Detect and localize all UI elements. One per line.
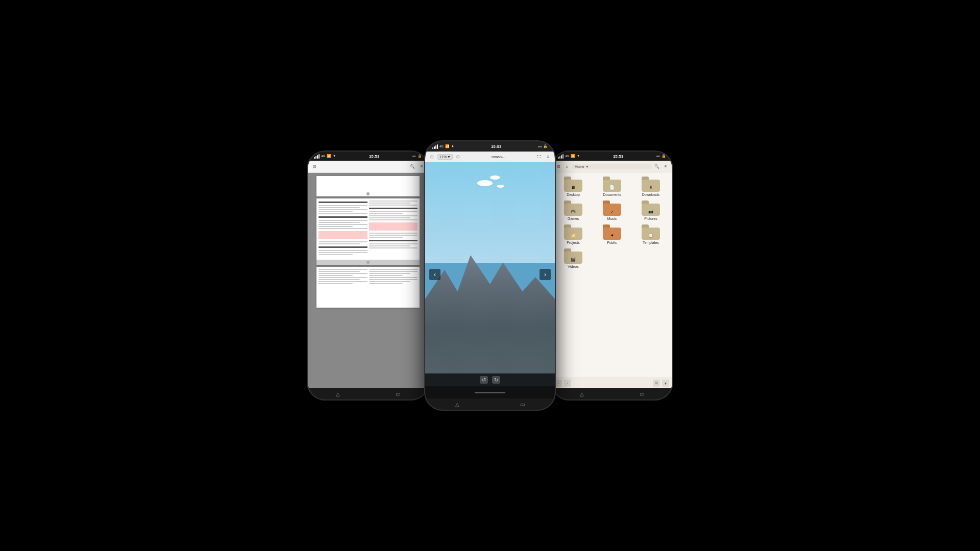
left-status-bar: 4G 📶 ✦ 15:53 en 🔒 [308, 152, 428, 161]
fm-search-button[interactable]: 🔍 [653, 163, 660, 170]
right-status-right: en 🔒 [656, 154, 666, 158]
pdf-line [318, 241, 367, 242]
left-phone: 4G 📶 ✦ 15:53 en 🔒 ⊡ 🔍 ≡ [307, 151, 429, 400]
rotate-right-button[interactable]: ↻ [492, 376, 500, 384]
wifi-icon-left: 📶 [327, 154, 331, 158]
folder-templates[interactable]: 📋 Templates [633, 224, 668, 244]
pdf-line [369, 277, 418, 278]
center-square-icon[interactable]: ⊡ [428, 153, 435, 160]
pdf-line [318, 224, 367, 225]
fm-path-display[interactable]: Home ▼ [572, 164, 652, 169]
left-bottom-nav: △ ▭ [308, 388, 428, 399]
fm-square-icon[interactable]: ⊡ [555, 163, 562, 170]
prev-image-button[interactable]: ‹ [429, 269, 440, 280]
folder-icon-music: ♪ [603, 201, 621, 216]
signal-bar-3 [317, 155, 318, 159]
recents-button-left[interactable]: ▭ [396, 391, 400, 397]
folder-documents[interactable]: 📄 Documents [595, 177, 629, 196]
folder-videos[interactable]: 🎬 Videos [556, 248, 591, 268]
fm-view-toggle[interactable]: ⊞ [653, 380, 660, 387]
home-indicator[interactable] [475, 392, 505, 393]
pdf-heading-1 [318, 202, 367, 203]
folder-desktop[interactable]: 🖥 Desktop [556, 177, 591, 196]
pdf-line [369, 247, 418, 248]
pdf-line [318, 283, 353, 284]
fm-forward-button[interactable]: › [564, 380, 571, 387]
folder-templates-label: Templates [643, 241, 659, 244]
signal-bars-center [432, 144, 438, 149]
pictures-icon: 📷 [648, 209, 653, 214]
folder-games[interactable]: 🎮 Games [556, 201, 591, 220]
center-view-toggle[interactable]: ⊡ [455, 153, 462, 160]
center-bottom-nav [425, 386, 555, 398]
pdf-page-1 [316, 176, 420, 196]
recents-button-center[interactable]: ▭ [520, 402, 525, 407]
pdf-line [369, 237, 403, 238]
pdf-line [318, 279, 360, 280]
rotate-left-button[interactable]: ↺ [480, 376, 488, 384]
pdf-warning-box [318, 231, 367, 239]
fm-path-text: Home [575, 165, 584, 168]
recents-button-right[interactable]: ▭ [640, 391, 644, 397]
fm-bottom-bar: ‹ › ⊞ ▼ [552, 378, 672, 388]
fm-sort-button[interactable]: ▼ [662, 380, 669, 387]
pdf-line [369, 243, 418, 244]
back-button-left[interactable]: △ [336, 391, 340, 397]
next-image-button[interactable]: › [540, 269, 551, 280]
lang-center: en [538, 145, 542, 148]
templates-icon: 📋 [648, 233, 653, 238]
viewer-bottom-bar: ↺ ↻ [425, 373, 555, 386]
center-status-right: en 🔒 [538, 144, 548, 148]
left-toolbar-square[interactable]: ⊡ [311, 163, 318, 170]
time-left: 15:53 [369, 154, 379, 159]
center-zoom-toolbar: ⊡ 11% ▼ ⊡ roman-... ⛶ ≡ [425, 152, 555, 162]
folder-projects[interactable]: 📁 Projects [556, 224, 591, 244]
pdf-line [369, 203, 410, 204]
fm-home-icon[interactable]: ⌂ [564, 163, 571, 170]
fm-menu-button[interactable]: ≡ [662, 163, 669, 170]
pdf-marker [366, 192, 370, 195]
folder-pictures[interactable]: 📷 Pictures [633, 201, 668, 220]
left-search-button[interactable]: 🔍 [409, 163, 416, 170]
pdf-heading-4 [369, 208, 418, 209]
signal-bar-c2 [434, 146, 435, 149]
folder-downloads[interactable]: ⬇ Downloads [633, 177, 668, 196]
fullscreen-button[interactable]: ⛶ [535, 153, 543, 160]
pdf-line [318, 250, 367, 251]
pdf-line [318, 254, 353, 255]
pdf-line [369, 271, 418, 272]
signal-bar-2 [315, 156, 316, 159]
signal-type-right: 4G [565, 155, 569, 158]
back-button-center[interactable]: △ [455, 402, 459, 407]
pdf-line [369, 273, 410, 274]
music-icon: ♪ [611, 209, 613, 214]
pdf-line [369, 281, 410, 282]
right-status-left: 4G 📶 ✦ [558, 154, 580, 159]
back-button-right[interactable]: △ [580, 391, 584, 397]
signal-bar-c4 [437, 144, 438, 149]
public-icon: ✦ [610, 233, 614, 238]
pdf-line [369, 215, 418, 216]
folder-icon-pictures: 📷 [642, 201, 660, 216]
image-viewer: ‹ › ↺ ↻ [425, 162, 555, 386]
zoom-level-button[interactable]: 11% ▼ [437, 154, 453, 160]
games-icon: 🎮 [571, 209, 576, 214]
folder-music[interactable]: ♪ Music [595, 201, 629, 220]
pdf-col-left [318, 201, 367, 258]
lang-left: en [412, 155, 416, 158]
pdf-page-2-content [316, 198, 420, 260]
pdf-heading-5 [369, 240, 418, 241]
cloud-3 [497, 185, 504, 188]
folder-pictures-label: Pictures [644, 217, 657, 220]
signal-bar-r4 [562, 154, 564, 159]
folder-icon-videos: 🎬 [564, 248, 582, 264]
videos-icon: 🎬 [571, 257, 576, 262]
folder-music-label: Music [607, 217, 617, 220]
pdf-line [369, 219, 418, 220]
pdf-line [318, 205, 367, 206]
center-menu-button[interactable]: ≡ [545, 153, 552, 160]
pdf-line [318, 243, 360, 244]
pdf-col-right [369, 201, 418, 258]
fm-back-button[interactable]: ‹ [555, 380, 562, 387]
folder-public[interactable]: ✦ Public [595, 224, 629, 244]
